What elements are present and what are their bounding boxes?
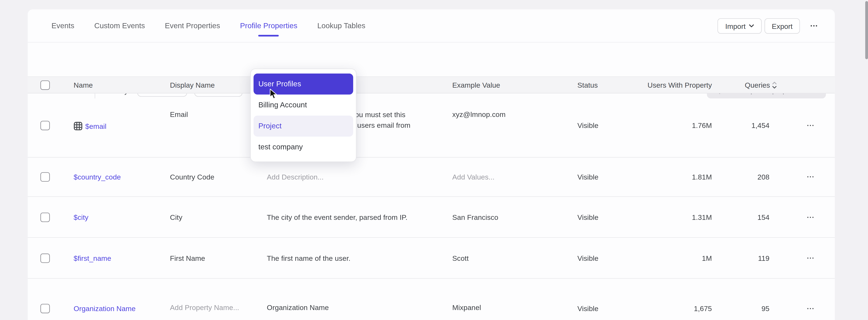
header-display-name: Display Name [170, 81, 215, 89]
queries-cell: 119 [686, 254, 769, 262]
status-cell[interactable]: Visible [578, 305, 598, 313]
tab-events[interactable]: Events [52, 9, 74, 42]
screen: Events Custom Events Event Properties Pr… [0, 0, 868, 320]
sort-icon [772, 81, 777, 88]
tab-label: Custom Events [94, 22, 145, 30]
tab-label: Events [52, 22, 74, 30]
menu-item-billing-account[interactable]: Billing Account [253, 94, 353, 115]
row-actions-button[interactable]: ••• [803, 174, 819, 179]
menu-item-user-profiles[interactable]: User Profiles [253, 73, 353, 94]
example-value-cell[interactable]: Scott [452, 254, 469, 262]
tab-label: Lookup Tables [317, 22, 365, 30]
chevron-down-icon [749, 25, 754, 28]
import-button[interactable]: Import [717, 18, 762, 34]
select-all-checkbox[interactable] [40, 80, 50, 90]
description-cell[interactable]: Organization Name [267, 303, 451, 312]
display-name-cell[interactable]: Email [170, 110, 188, 119]
row-actions-button[interactable]: ••• [803, 255, 819, 260]
header-status: Status [578, 81, 598, 89]
row-actions-button[interactable]: ••• [803, 123, 819, 128]
tab-profile-properties[interactable]: Profile Properties [240, 9, 298, 42]
row-checkbox[interactable] [40, 304, 50, 313]
header-name: Name [74, 81, 93, 89]
property-name-link[interactable]: $email [74, 121, 106, 131]
row-checkbox[interactable] [40, 253, 50, 262]
header-example-value: Example Value [452, 81, 500, 89]
row-actions-button[interactable]: ••• [803, 215, 819, 219]
row-actions-button[interactable]: ••• [803, 306, 819, 311]
row-checkbox[interactable] [40, 212, 50, 222]
queries-cell: 95 [686, 305, 769, 313]
export-label: Export [772, 22, 793, 30]
example-value-cell[interactable]: xyz@lmnop.com [452, 110, 505, 119]
table-grid-icon [74, 121, 83, 131]
property-name-text: $email [85, 122, 106, 130]
display-name-cell[interactable]: First Name [170, 254, 205, 262]
header-queries-sort[interactable]: Queries [686, 81, 777, 89]
more-options-button[interactable]: ••• [806, 18, 823, 34]
table-row: $email Email The user's email address. Y… [28, 93, 835, 157]
table-row: $country_code Country Code Add Descripti… [28, 158, 835, 197]
header-queries-label: Queries [745, 81, 770, 89]
lexicon-panel: Events Custom Events Event Properties Pr… [28, 9, 835, 320]
tab-label: Profile Properties [240, 22, 298, 30]
table-row: Organization Name Add Property Name... O… [28, 279, 835, 320]
queries-cell: 154 [686, 213, 769, 221]
status-cell[interactable]: Visible [578, 213, 598, 221]
example-value-cell[interactable]: San Francisco [452, 213, 498, 221]
active-tab-underline [258, 35, 279, 36]
queries-cell: 208 [686, 173, 769, 181]
tab-bar: Events Custom Events Event Properties Pr… [28, 9, 835, 42]
property-name-link[interactable]: Organization Name [74, 305, 136, 313]
filter-row: 719 results Filter by All Status All Typ… [28, 42, 835, 76]
display-name-cell[interactable]: Add Property Name... [170, 303, 239, 312]
status-cell[interactable]: Visible [578, 121, 598, 130]
table-header: Name Display Name Description Example Va… [28, 76, 835, 94]
display-name-cell[interactable]: City [170, 213, 182, 221]
example-value-cell[interactable]: Add Values... [452, 173, 495, 181]
scrollbar-thumb[interactable] [865, 1, 868, 59]
table-row: $city City The city of the event sender,… [28, 197, 835, 238]
profile-type-dropdown-menu: User Profiles Billing Account Project te… [250, 68, 356, 162]
tab-label: Event Properties [165, 22, 220, 30]
description-cell[interactable]: The first name of the user. [267, 254, 451, 262]
menu-item-test-company[interactable]: test company [253, 136, 353, 157]
status-cell[interactable]: Visible [578, 173, 598, 181]
tab-event-properties[interactable]: Event Properties [165, 9, 220, 42]
mouse-cursor-icon [270, 88, 278, 100]
property-name-link[interactable]: $first_name [74, 254, 111, 262]
status-cell[interactable]: Visible [578, 254, 598, 262]
display-name-cell[interactable]: Country Code [170, 173, 214, 181]
example-value-cell[interactable]: Mixpanel [452, 303, 481, 312]
export-button[interactable]: Export [765, 18, 800, 34]
property-name-link[interactable]: $country_code [74, 173, 121, 181]
tab-custom-events[interactable]: Custom Events [94, 9, 145, 42]
queries-cell: 1,454 [686, 121, 769, 130]
menu-item-project[interactable]: Project [253, 115, 353, 136]
row-checkbox[interactable] [40, 172, 50, 182]
description-cell[interactable]: The city of the event sender, parsed fro… [267, 213, 451, 221]
table-row: $first_name First Name The first name of… [28, 238, 835, 279]
description-cell[interactable]: Add Description... [267, 173, 451, 181]
tab-lookup-tables[interactable]: Lookup Tables [317, 9, 365, 42]
property-name-link[interactable]: $city [74, 213, 89, 221]
row-checkbox[interactable] [40, 120, 50, 130]
import-label: Import [725, 22, 746, 30]
